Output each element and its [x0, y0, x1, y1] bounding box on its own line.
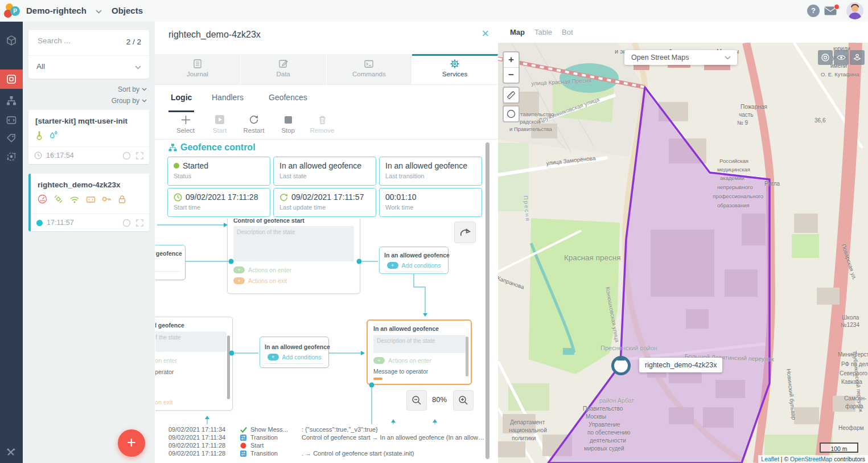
journal-icon	[192, 59, 203, 69]
humidity-icon	[50, 130, 59, 140]
map-canvas[interactable]: и экологии Федерации Москвы юриди униве …	[498, 43, 868, 463]
search-input[interactable]	[36, 36, 107, 46]
add-conditions[interactable]: +Add conditions	[265, 354, 324, 364]
remove-button[interactable]: Remove	[306, 113, 338, 134]
group-by-button[interactable]: Group by	[112, 97, 147, 105]
subtab-handlers[interactable]: Handlers	[209, 84, 246, 110]
sidebar-item-handlers[interactable]	[0, 110, 23, 130]
actions-on-enter[interactable]: +Actions on enter	[233, 267, 354, 273]
mail-button[interactable]	[824, 6, 837, 15]
automaton-stats: Started Status In an allowed geofence La…	[167, 157, 482, 217]
sidebar-item-tags[interactable]	[0, 129, 23, 148]
sort-by-button[interactable]: Sort by	[118, 85, 147, 93]
ruler-icon	[506, 90, 516, 100]
app-logo-icon[interactable]: P	[4, 3, 20, 19]
log-row[interactable]: 09/02/2021 17:11:34 Transition Control o…	[168, 434, 485, 442]
tab-commands[interactable]: Commands	[327, 54, 413, 84]
visibility-button[interactable]	[834, 50, 849, 65]
row-label: Add conditions	[402, 262, 441, 269]
expand-icon[interactable]	[136, 152, 143, 159]
tab-table[interactable]: Table	[534, 22, 552, 43]
expand-icon[interactable]	[136, 219, 143, 227]
select-button[interactable]: Select	[170, 113, 201, 134]
osm-link[interactable]: OpenStreetMap	[790, 456, 832, 462]
device-card[interactable]: [starter-kit] mqtt-user-init 16:17:54	[28, 110, 149, 164]
actions-on-enter[interactable]: +Actions on enter	[373, 357, 465, 364]
map-zoom-out-button[interactable]: −	[504, 67, 519, 83]
tag-icon	[6, 133, 17, 144]
diagram-zoom-in-button[interactable]	[453, 390, 474, 411]
transition-icon	[240, 435, 246, 441]
tab-bot[interactable]: Bot	[562, 22, 573, 43]
node-control-start[interactable]: Control of geofence start Description of…	[227, 219, 360, 294]
log-row[interactable]: 09/02/2021 17:11:34 Show Mess... : {"suc…	[168, 426, 485, 434]
stat-label: Last transition	[385, 173, 476, 179]
diagram-zoom-out-button[interactable]	[406, 390, 427, 411]
log-row[interactable]: 09/02/2021 17:11:28 Start	[168, 442, 485, 450]
add-conditions[interactable]: +Add conditions	[384, 262, 443, 272]
device-time: 17:11:57	[47, 219, 74, 227]
stop-button[interactable]: Stop	[272, 113, 304, 134]
log-detail: : {"success":true,"_v3":true}	[302, 426, 485, 433]
locate-icon[interactable]	[122, 151, 131, 160]
filter-select[interactable]: All	[28, 56, 149, 79]
tab-journal[interactable]: Journal	[155, 54, 241, 84]
tab-data[interactable]: Data	[241, 54, 327, 84]
node-state-left[interactable]: In an allowed geofence Description of th…	[155, 317, 233, 411]
node-description-placeholder[interactable]: Description of the state	[373, 335, 466, 353]
node-scrollbar[interactable]	[466, 337, 468, 376]
node-condition-left[interactable]: In an allowed geofence	[155, 245, 186, 280]
node-description-placeholder[interactable]: Description of the state	[155, 331, 227, 352]
subtab-geofences[interactable]: Geofences	[266, 84, 310, 110]
workspace-switcher[interactable]: Demo-rightech	[26, 0, 87, 22]
avatar[interactable]	[846, 2, 863, 19]
node-scrollbar[interactable]	[227, 335, 230, 399]
start-button[interactable]: Start	[204, 113, 236, 134]
device-marker[interactable]	[611, 356, 631, 375]
tab-services[interactable]: Services	[412, 54, 498, 84]
stat-value: 09/02/2021 17:11:28	[186, 192, 258, 202]
node-description-placeholder[interactable]: Description of the state	[233, 226, 354, 261]
draw-circle-button[interactable]	[503, 105, 520, 122]
redo-button[interactable]	[454, 222, 476, 243]
gps-icon	[54, 194, 63, 204]
redo-icon	[459, 228, 471, 237]
geofence-layers-button[interactable]	[850, 50, 865, 65]
message-to-operator[interactable]: Message to operator	[373, 368, 465, 375]
message-to-operator[interactable]: Message to operator	[155, 368, 227, 375]
restart-button[interactable]: Restart	[238, 113, 270, 134]
chevron-down-icon	[96, 10, 102, 14]
actions-on-exit[interactable]: +Actions on exit	[155, 399, 172, 405]
tab-map[interactable]: Map	[510, 22, 525, 43]
state-diagram[interactable]: Control of geofence start Description of…	[155, 219, 486, 424]
attribution-suffix: contributors	[832, 456, 865, 462]
nav-objects[interactable]: Objects	[112, 0, 143, 22]
node-condition-mid[interactable]: In an allowed geofence +Add conditions	[260, 337, 329, 368]
stat-value: 00:01:10	[385, 192, 417, 202]
help-button[interactable]: ?	[807, 5, 820, 17]
add-object-button[interactable]: +	[118, 429, 145, 457]
sidebar-item-integrations[interactable]	[0, 147, 23, 166]
section-heading: Geofence control	[168, 142, 256, 153]
log-row[interactable]: 09/02/2021 17:11:28 Transition . → Contr…	[168, 450, 485, 458]
node-state-selected[interactable]: In an allowed geofence Description of th…	[367, 319, 472, 385]
leaflet-link[interactable]: Leaflet	[761, 456, 779, 462]
follow-object-button[interactable]	[818, 50, 833, 65]
measure-tool-button[interactable]	[503, 87, 520, 104]
sidebar-item-tools[interactable]	[0, 443, 23, 462]
sidebar-item-automata[interactable]	[0, 91, 23, 110]
node-condition-right[interactable]: In an allowed geofence +Add conditions	[379, 247, 449, 274]
actions-on-exit[interactable]: +Actions on exit	[233, 277, 354, 284]
map-layer-select[interactable]: Open Street Maps	[624, 50, 737, 65]
locate-icon[interactable]	[122, 219, 131, 227]
detail-scrollbar[interactable]	[486, 142, 489, 459]
close-button[interactable]: ×	[482, 27, 489, 40]
chevron-down-icon	[725, 56, 731, 60]
subtab-logic[interactable]: Logic	[168, 84, 194, 112]
actions-on-enter[interactable]: +Actions on enter	[155, 357, 227, 364]
sidebar-item-models[interactable]	[0, 31, 23, 50]
sidebar-item-objects[interactable]	[0, 69, 23, 89]
log-type: Transition	[250, 450, 307, 457]
map-zoom-in-button[interactable]: +	[504, 52, 519, 67]
device-card-selected[interactable]: rightech_demo-4zk23x 17:11:57	[28, 174, 149, 231]
